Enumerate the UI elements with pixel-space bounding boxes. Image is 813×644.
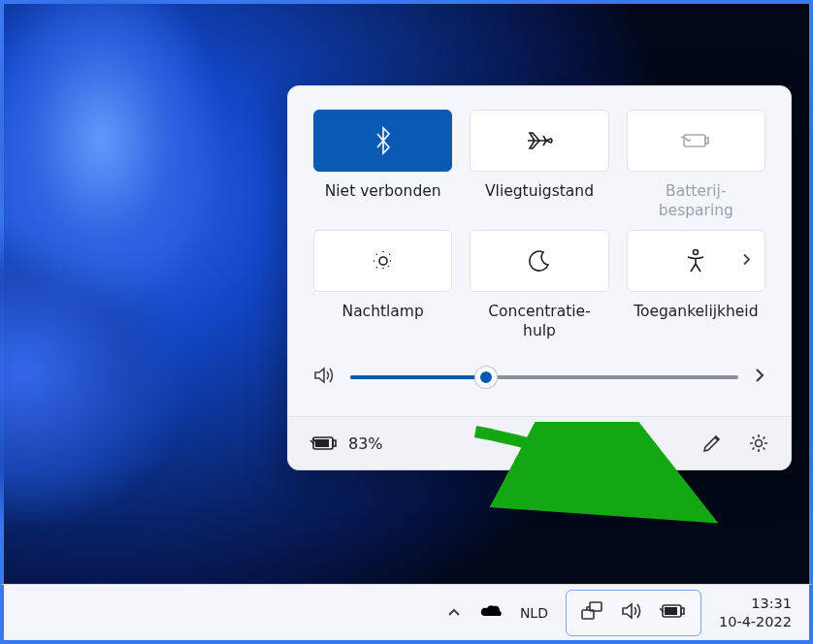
accessibility-toggle[interactable]	[627, 230, 765, 292]
volume-row	[288, 346, 791, 416]
tile-bluetooth: Niet verbonden	[313, 110, 452, 222]
battery-status[interactable]: 83%	[309, 435, 383, 453]
onedrive-tray-icon[interactable]	[479, 602, 503, 623]
battery-saver-icon	[679, 131, 712, 150]
night-light-toggle[interactable]	[313, 230, 452, 292]
accessibility-icon	[684, 248, 707, 274]
bluetooth-toggle[interactable]	[313, 110, 452, 172]
taskbar-clock[interactable]: 13:31 10-4-2022	[719, 595, 792, 629]
tile-focus-assist: Concentratie- hulp	[470, 230, 608, 342]
volume-tray-icon	[621, 601, 642, 624]
battery-percent-text: 83%	[348, 435, 383, 453]
moon-icon	[528, 249, 551, 273]
clock-date: 10-4-2022	[719, 613, 792, 630]
accessibility-label: Toegankelijkheid	[634, 302, 758, 342]
pencil-icon	[701, 433, 723, 454]
airplane-toggle[interactable]	[470, 110, 608, 172]
edit-button[interactable]	[701, 433, 723, 454]
svg-rect-5	[333, 440, 336, 446]
battery-saver-label: Batterij- besparing	[659, 181, 733, 222]
svg-rect-13	[665, 607, 677, 615]
focus-assist-label: Concentratie- hulp	[488, 302, 590, 342]
tile-airplane: Vliegtuigstand	[470, 110, 608, 222]
system-tray-group[interactable]	[566, 590, 701, 636]
tile-battery-saver: Batterij- besparing	[627, 110, 765, 222]
night-light-label: Nachtlamp	[342, 302, 424, 342]
focus-assist-toggle[interactable]	[470, 230, 608, 292]
settings-button[interactable]	[748, 433, 769, 454]
quick-settings-panel: Niet verbonden Vliegtuigstand Batterij- …	[287, 85, 792, 470]
gear-icon	[748, 433, 769, 454]
volume-icon[interactable]	[313, 366, 335, 389]
tile-night-light: Nachtlamp	[313, 230, 452, 342]
svg-rect-12	[681, 608, 684, 614]
panel-footer: 83%	[288, 416, 791, 469]
taskbar: NLD 13:31 10-4-2022	[0, 584, 813, 644]
battery-charging-icon	[309, 435, 339, 452]
language-indicator[interactable]: NLD	[520, 605, 548, 621]
tile-accessibility: Toegankelijkheid	[627, 230, 765, 342]
bluetooth-label: Niet verbonden	[325, 181, 441, 222]
svg-point-3	[694, 250, 699, 255]
volume-slider[interactable]	[350, 375, 738, 379]
network-tray-icon	[580, 600, 603, 625]
svg-point-2	[379, 257, 387, 265]
sun-icon	[371, 248, 396, 274]
battery-saver-toggle[interactable]	[627, 110, 765, 172]
svg-rect-1	[705, 138, 708, 144]
svg-point-7	[756, 440, 763, 447]
volume-expand-icon[interactable]	[754, 367, 765, 388]
airplane-label: Vliegtuigstand	[485, 181, 594, 222]
airplane-icon	[525, 129, 554, 152]
tray-overflow-button[interactable]	[446, 605, 462, 621]
clock-time: 13:31	[719, 595, 792, 612]
quick-settings-tiles: Niet verbonden Vliegtuigstand Batterij- …	[288, 86, 791, 346]
svg-rect-6	[315, 439, 329, 447]
battery-tray-icon	[660, 603, 687, 622]
chevron-right-icon	[741, 252, 751, 271]
bluetooth-icon	[372, 126, 395, 155]
